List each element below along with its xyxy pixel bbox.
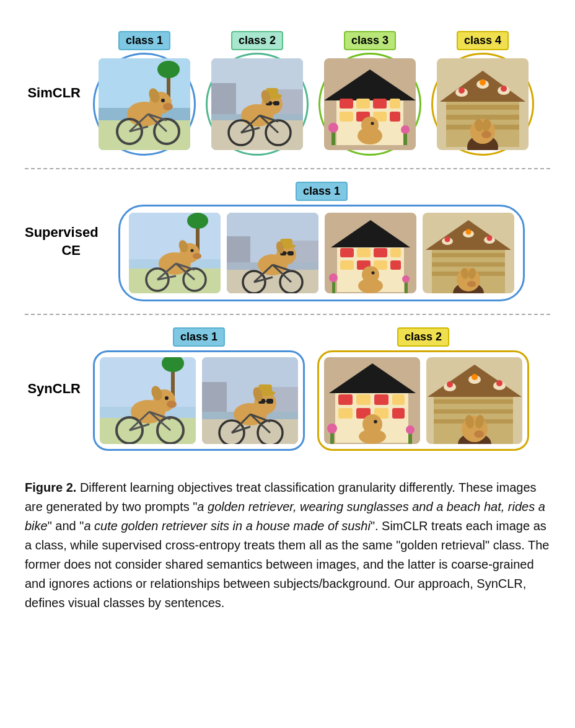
svg-rect-183 [374, 394, 388, 405]
svg-point-3 [157, 61, 180, 78]
supervised-sushi-house [325, 213, 416, 293]
dog-bike-hat-image [211, 58, 303, 150]
svg-point-124 [402, 275, 410, 283]
simclr-content: class 1 [93, 31, 550, 156]
synclr-content: class 1 [93, 327, 550, 451]
svg-point-69 [480, 79, 486, 86]
svg-point-150 [167, 401, 177, 408]
svg-rect-111 [357, 248, 371, 257]
svg-point-152 [165, 396, 169, 400]
svg-rect-200 [434, 409, 513, 414]
synclr-row: SynCLR class 1 [25, 315, 550, 463]
synclr-class1-group: class 1 [93, 327, 305, 451]
simclr-class1-badge: class 1 [118, 31, 170, 50]
svg-rect-41 [373, 99, 387, 109]
dog-house-image-1 [437, 58, 529, 150]
simclr-class1-oval [93, 53, 196, 156]
svg-point-7 [163, 103, 173, 110]
svg-point-67 [459, 87, 465, 94]
synclr-dog-bike-1 [100, 357, 196, 444]
svg-rect-40 [356, 99, 370, 109]
svg-point-190 [362, 414, 382, 434]
svg-point-191 [374, 420, 377, 424]
svg-rect-113 [390, 248, 401, 257]
svg-rect-188 [392, 408, 405, 419]
svg-rect-129 [432, 262, 505, 267]
synclr-class1-images [100, 357, 298, 444]
svg-point-207 [474, 430, 484, 438]
svg-point-142 [487, 236, 493, 241]
simclr-row: SimCLR class 1 [25, 19, 550, 168]
supervised-ce-class1-badge: class 1 [296, 182, 348, 201]
svg-rect-42 [390, 99, 400, 109]
svg-point-120 [372, 272, 375, 275]
svg-rect-18 [211, 83, 236, 114]
simclr-class3-badge: class 3 [344, 31, 396, 50]
svg-point-71 [501, 86, 507, 92]
svg-rect-185 [338, 408, 353, 419]
svg-point-211 [472, 374, 478, 380]
svg-point-195 [406, 425, 415, 434]
supervised-ce-row: SupervisedCE class 1 [25, 169, 550, 314]
simclr-class4-group: class 4 [431, 31, 534, 156]
simclr-class1-group: class 1 [93, 31, 196, 156]
svg-rect-184 [392, 394, 405, 405]
svg-rect-199 [434, 399, 513, 404]
svg-rect-161 [202, 382, 227, 412]
supervised-dog-house [423, 213, 514, 293]
svg-point-138 [445, 237, 450, 242]
simclr-class4-badge: class 4 [457, 31, 509, 50]
synclr-class2-images [324, 357, 522, 444]
svg-rect-167 [266, 399, 273, 404]
svg-rect-58 [446, 115, 519, 120]
simclr-class3-oval [318, 53, 421, 156]
caption-text: Different learning objectives treat clas… [25, 481, 549, 610]
synclr-dog-bike-hat-2 [202, 357, 298, 444]
svg-point-9 [161, 99, 165, 102]
svg-rect-39 [340, 99, 353, 109]
svg-point-213 [496, 380, 503, 386]
synclr-class1-badge: class 1 [173, 327, 225, 347]
svg-point-49 [371, 122, 374, 125]
svg-rect-43 [340, 112, 353, 122]
svg-rect-114 [340, 260, 354, 270]
svg-point-65 [481, 131, 491, 138]
svg-point-79 [193, 253, 201, 259]
svg-point-193 [327, 424, 337, 433]
supervised-ce-label: SupervisedCE [25, 224, 93, 259]
sushi-house-image-1 [324, 58, 416, 150]
synclr-sushi-house [324, 357, 420, 444]
svg-rect-110 [340, 248, 354, 257]
synclr-class2-border [317, 350, 529, 451]
svg-point-53 [401, 125, 410, 134]
svg-point-122 [329, 273, 338, 282]
svg-rect-182 [356, 394, 371, 405]
svg-rect-96 [288, 251, 294, 255]
synclr-dog-house [426, 357, 522, 444]
dog-bike-image-1 [99, 58, 190, 150]
svg-rect-46 [390, 112, 400, 122]
supervised-ce-border [118, 205, 525, 301]
svg-rect-24 [273, 101, 279, 105]
supervised-dog-bike [129, 213, 221, 293]
svg-rect-112 [374, 248, 387, 257]
svg-rect-117 [390, 260, 401, 270]
simclr-class2-oval [206, 53, 309, 156]
svg-point-75 [187, 213, 208, 229]
svg-rect-181 [338, 394, 353, 405]
synclr-label: SynCLR [25, 380, 93, 398]
simclr-class2-badge: class 2 [231, 31, 283, 50]
figure-container: SimCLR class 1 [25, 19, 550, 613]
supervised-dog-bike-hat [227, 213, 318, 293]
simclr-class4-oval [431, 53, 534, 156]
svg-point-51 [328, 123, 338, 133]
svg-point-136 [467, 281, 476, 287]
svg-rect-90 [227, 236, 250, 262]
figure-caption: Figure 2. Different learning objectives … [25, 478, 550, 613]
simclr-label: SimCLR [25, 84, 93, 102]
figure-label: Figure 2. [25, 481, 76, 494]
svg-point-48 [361, 117, 379, 134]
svg-rect-57 [446, 105, 519, 110]
svg-point-132 [457, 268, 480, 291]
supervised-ce-content: class 1 [93, 182, 550, 301]
